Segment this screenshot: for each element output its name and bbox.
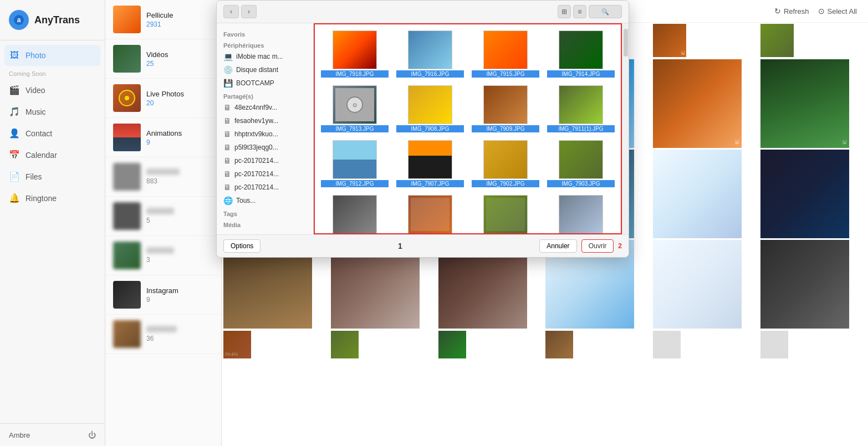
album-thumb-pellicule [113,6,141,33]
dialog-shared-tous[interactable]: 🌐 Tous... [217,194,313,207]
album-item-pellicule[interactable]: Pellicule 2931 [105,0,221,39]
dialog-search-btn[interactable]: 🔍 [589,5,622,18]
album-count-blurred3: 3 [146,256,213,264]
file-item-1[interactable]: IMG_7916.JPG [394,28,467,80]
album-item-videos[interactable]: Vidéos 25 [105,39,221,79]
dialog-scrollbar[interactable] [622,23,629,234]
album-count-blurred2: 5 [146,217,213,224]
photo-cell-12[interactable] [760,150,849,238]
dialog-forward-btn[interactable]: › [241,5,257,18]
dialog-shared-3[interactable]: 🖥 hhptrxtv9kuo... [217,127,313,141]
album-item-blurred2[interactable]: 5 [105,197,221,236]
dialog-annuler-button[interactable]: Annuler [539,239,576,253]
album-thumb-instagram [113,281,141,309]
refresh-button[interactable]: ↻ Refresh [774,7,809,16]
file-item-14[interactable]: IMG_7901.JPG [469,192,542,234]
dialog-shared-1[interactable]: 🖥 48ezc4nnf9v... [217,101,313,114]
app-logo: a AnyTrans [0,0,105,40]
photo-cell-17[interactable] [653,240,742,329]
photo-cell-b2[interactable] [331,331,359,358]
photo-cell-b3[interactable] [438,331,466,358]
sidebar-item-photo[interactable]: 🖼 Photo [4,45,100,66]
photo-cell-5[interactable]: 살 [653,59,742,148]
album-item-instagram[interactable]: Instagram 9 [105,275,221,315]
file-thumb-7 [559,85,603,124]
sidebar-item-music[interactable]: 🎵 Music [0,101,105,122]
dialog-scrollbar-thumb[interactable] [624,29,628,57]
video-icon: 🎬 [9,85,20,95]
file-item-0[interactable]: IMG_7918.JPG [318,28,391,80]
file-item-5[interactable]: IMG_7908.JPG [394,83,467,135]
sidebar-item-video[interactable]: 🎬 Video [0,79,105,101]
file-label-3: IMG_7914.JPG [547,70,615,78]
svg-text:a: a [17,16,21,24]
photo-cell-b5[interactable] [653,331,681,358]
file-item-10[interactable]: IMG_7902.JPG [469,137,542,190]
dialog-shared-5[interactable]: 🖥 pc-20170214... [217,154,313,167]
album-thumb-videos [113,45,141,73]
photo-cell-top-6[interactable] [760,24,794,57]
file-item-15[interactable]: IMG_7898.JPG [544,192,617,234]
dialog-shared-2[interactable]: 🖥 fesaohev1yw... [217,114,313,127]
dialog-device-imac[interactable]: 💻 iMobie mac m... [217,50,313,63]
dialog-shared-4[interactable]: 🖥 p5l9t33jeqg0... [217,141,313,154]
file-thumb-3 [559,30,603,69]
photo-icon: 🖼 [9,50,20,60]
photo-cell-11[interactable] [653,150,742,238]
file-item-2[interactable]: IMG_7915.JPG [469,28,542,80]
file-thumb-2 [483,30,528,69]
photo-cell-18[interactable] [760,240,849,329]
album-info-livephotos: Live Photos 20 [146,90,213,107]
file-item-7[interactable]: IMG_7911(1).JPG [544,83,617,135]
album-info-instagram: Instagram 9 [146,286,213,304]
album-item-blurred3[interactable]: 3 [105,236,221,275]
dialog-back-btn[interactable]: ‹ [223,5,239,18]
album-item-animations[interactable]: Animations 9 [105,118,221,157]
album-info-pellicule: Pellicule 2931 [146,11,213,28]
dialog-device-disque[interactable]: 💿 Disque distant [217,63,313,76]
dialog-shared-7[interactable]: 🖥 pc-20170214... [217,181,313,194]
file-item-8[interactable]: IMG_7912.JPG [318,137,391,190]
sidebar-item-contact[interactable]: 👤 Contact [0,122,105,144]
file-thumb-1 [408,30,452,69]
album-item-blurred1[interactable]: 883 [105,157,221,197]
photo-cell-b4[interactable] [545,331,573,358]
photo-cell-b1[interactable]: 가나다 [223,331,251,358]
monitor-icon-1: 🖥 [223,103,231,112]
monitor-icon-6: 🖥 [223,170,231,178]
file-item-12[interactable]: IMG_7904.JPG [318,192,391,234]
album-item-blurred4[interactable]: 36 [105,315,221,354]
photo-cell-top-5[interactable]: 살 [653,24,686,57]
dialog-device-bootcamp-label: BOOTCAMP [236,79,274,87]
dialog-file-grid-container: IMG_7918.JPG IMG_7916.JPG IMG_7915.JPG I… [314,23,622,234]
file-item-3[interactable]: IMG_7914.JPG [544,28,617,80]
dialog-device-bootcamp[interactable]: 💾 BOOTCAMP [217,76,313,90]
file-item-11[interactable]: IMG_7903.JPG [544,137,617,190]
file-label-7: IMG_7911(1).JPG [547,125,615,132]
sidebar-bottom: Ambre ⏻ [0,423,105,446]
dialog-options-button[interactable]: Options [223,239,261,253]
file-item-13[interactable]: IMG_7900.JPG [394,192,467,234]
dialog-ouvrir-button[interactable]: Ouvrir [581,239,614,253]
file-item-4[interactable]: ⊙ IMG_7913.JPG [318,83,391,135]
photo-cell-6[interactable]: 살 [760,59,849,148]
album-name-blurred2 [146,208,174,214]
dialog-favorites-label: Favoris [217,28,313,39]
album-count-animations: 9 [146,139,213,146]
dialog-peripheriques-label: Périphériques [217,39,313,50]
photo-cell-b6[interactable] [760,331,788,358]
sidebar-item-video-label: Video [25,86,45,95]
sidebar-item-calendar[interactable]: 📅 Calendar [0,144,105,166]
file-item-6[interactable]: IMG_7909.JPG [469,83,542,135]
sidebar-item-music-label: Music [25,107,46,116]
dialog-shared-6[interactable]: 🖥 pc-20170214... [217,167,313,181]
sidebar-item-files[interactable]: 📄 Files [0,166,105,187]
select-all-button[interactable]: ⊙ Select All [818,7,857,16]
sidebar-item-ringtone[interactable]: 🔔 Ringtone [0,187,105,209]
dialog-file-grid: IMG_7918.JPG IMG_7916.JPG IMG_7915.JPG I… [318,28,617,234]
dialog-view-list-btn[interactable]: ≡ [573,5,586,18]
album-item-livephotos[interactable]: Live Photos 20 [105,79,221,118]
file-item-9[interactable]: IMG_7907.JPG [394,137,467,190]
dialog-view-icons-btn[interactable]: ⊞ [558,5,571,18]
power-icon[interactable]: ⏻ [88,430,96,439]
